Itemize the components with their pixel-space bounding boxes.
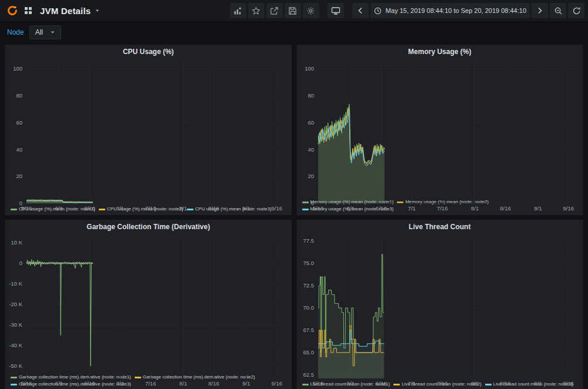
panel-title-text: CPU Usage (%) bbox=[123, 48, 174, 56]
cycle-view-mode-button[interactable] bbox=[328, 3, 344, 18]
chart-canvas[interactable]: 5/166/16/167/17/168/18/169/19/1602040608… bbox=[5, 58, 292, 212]
page-title: JVM Details bbox=[40, 6, 91, 16]
dashboard-title-dropdown[interactable]: JVM Details bbox=[40, 6, 100, 16]
panel-title-text: Memory Usage (%) bbox=[408, 48, 471, 56]
y-tick-label: 0 bbox=[310, 200, 313, 206]
panel-title[interactable]: Live Thread Count bbox=[297, 220, 583, 233]
y-tick-label: 0 bbox=[19, 200, 22, 206]
panel-cpu-usage: CPU Usage (%) 5/166/16/167/17/168/18/169… bbox=[5, 44, 292, 216]
dashboards-grid-icon bbox=[24, 6, 32, 15]
panel-live-thread-count: Live Thread Count 5/166/16/167/17/168/18… bbox=[296, 219, 584, 389]
x-tick-label: 7/16 bbox=[145, 205, 156, 212]
panel-title-text: Garbage Collection Time (Derivative) bbox=[86, 223, 210, 231]
y-tick-label: -20 K bbox=[9, 301, 22, 307]
x-tick-label: 9/1 bbox=[242, 205, 250, 212]
y-tick-label: -50 K bbox=[9, 363, 22, 369]
panel-title[interactable]: Memory Usage (%) bbox=[297, 45, 583, 58]
y-tick-label: 60 bbox=[308, 119, 314, 126]
monitor-icon bbox=[331, 6, 340, 15]
x-tick-label: 7/16 bbox=[436, 380, 447, 387]
x-tick-label: 5/16 bbox=[21, 205, 32, 212]
y-tick-label: 20 bbox=[308, 173, 314, 179]
plot-area[interactable]: 5/166/16/167/17/168/18/169/19/1602040608… bbox=[5, 58, 292, 205]
variable-label: Node bbox=[7, 28, 24, 36]
x-tick-label: 9/1 bbox=[242, 380, 250, 387]
star-icon bbox=[252, 6, 260, 15]
save-dashboard-button[interactable] bbox=[285, 3, 301, 18]
x-tick-label: 6/1 bbox=[55, 380, 63, 387]
y-tick-label: -30 K bbox=[9, 321, 22, 328]
y-tick-label: -10 K bbox=[9, 280, 22, 287]
plot-area[interactable]: 5/166/16/167/17/168/18/169/19/1602040608… bbox=[297, 58, 583, 198]
x-tick-label: 9/16 bbox=[563, 205, 574, 212]
x-tick-label: 6/16 bbox=[84, 380, 95, 387]
time-range-forward-button[interactable] bbox=[532, 3, 548, 18]
time-range-text: May 15, 2019 08:44:10 to Sep 20, 2019 08… bbox=[386, 7, 526, 14]
y-tick-label: -40 K bbox=[9, 342, 22, 348]
time-range-back-button[interactable] bbox=[352, 3, 369, 18]
panel-title-text: Live Thread Count bbox=[409, 223, 470, 231]
panel-title[interactable]: CPU Usage (%) bbox=[5, 45, 292, 58]
x-tick-label: 5/16 bbox=[312, 205, 323, 212]
x-tick-label: 9/16 bbox=[272, 205, 283, 212]
grafana-logo-button[interactable] bbox=[4, 3, 21, 18]
x-tick-label: 8/16 bbox=[208, 205, 219, 212]
y-tick-label: 77.5 bbox=[303, 237, 314, 244]
y-tick-label: 70.0 bbox=[303, 304, 314, 311]
dashboards-grid-button[interactable] bbox=[21, 5, 35, 16]
chart-canvas[interactable]: 5/166/16/167/17/168/18/169/19/1610 K0-10… bbox=[5, 233, 292, 387]
x-tick-label: 8/16 bbox=[500, 380, 511, 387]
x-tick-label: 8/1 bbox=[179, 205, 187, 212]
x-tick-label: 7/1 bbox=[116, 205, 124, 212]
panel-title[interactable]: Garbage Collection Time (Derivative) bbox=[5, 220, 292, 233]
dashboard-settings-button[interactable] bbox=[303, 3, 319, 18]
x-tick-label: 6/16 bbox=[376, 380, 387, 387]
time-range-button[interactable]: May 15, 2019 08:44:10 to Sep 20, 2019 08… bbox=[370, 3, 530, 18]
x-tick-label: 9/1 bbox=[534, 380, 542, 387]
plot-area[interactable]: 5/166/16/167/17/168/18/169/19/1662.565.0… bbox=[297, 233, 583, 380]
template-variables-bar: Node All bbox=[0, 22, 588, 43]
refresh-icon bbox=[572, 6, 581, 15]
x-tick-label: 6/1 bbox=[55, 205, 63, 212]
variable-value-text: All bbox=[35, 28, 43, 36]
panel-memory-usage: Memory Usage (%) 5/166/16/167/17/168/18/… bbox=[296, 44, 584, 216]
x-tick-label: 5/16 bbox=[21, 380, 32, 387]
variable-value-dropdown[interactable]: All bbox=[29, 25, 61, 39]
x-tick-label: 6/16 bbox=[376, 205, 387, 212]
share-icon bbox=[270, 6, 279, 15]
y-tick-label: 72.5 bbox=[303, 282, 314, 289]
save-icon bbox=[288, 6, 297, 15]
y-tick-label: 60 bbox=[16, 119, 22, 126]
x-tick-label: 8/1 bbox=[470, 380, 478, 387]
series-line-1 bbox=[26, 260, 93, 367]
y-tick-label: 0 bbox=[19, 260, 22, 266]
dashboard-grid: CPU Usage (%) 5/166/16/167/17/168/18/169… bbox=[0, 43, 588, 389]
navbar: JVM Details bbox=[0, 0, 588, 22]
clock-icon bbox=[374, 7, 382, 15]
chart-canvas[interactable]: 5/166/16/167/17/168/18/169/19/1602040608… bbox=[297, 58, 583, 212]
refresh-button[interactable] bbox=[568, 3, 584, 18]
x-tick-label: 6/16 bbox=[84, 205, 95, 212]
x-tick-label: 6/1 bbox=[346, 205, 354, 212]
x-tick-label: 6/1 bbox=[346, 380, 354, 387]
x-tick-label: 8/16 bbox=[500, 205, 511, 212]
x-tick-label: 7/16 bbox=[145, 380, 156, 387]
x-tick-label: 7/16 bbox=[436, 205, 447, 212]
grafana-logo-icon bbox=[6, 5, 18, 16]
plot-area[interactable]: 5/166/16/167/17/168/18/169/19/1610 K0-10… bbox=[5, 233, 292, 373]
share-dashboard-button[interactable] bbox=[266, 3, 283, 18]
x-tick-label: 7/1 bbox=[407, 205, 415, 212]
x-tick-label: 8/1 bbox=[179, 380, 187, 387]
chevron-left-icon bbox=[358, 7, 363, 14]
y-tick-label: 65.0 bbox=[303, 349, 314, 356]
y-tick-label: 100 bbox=[305, 65, 314, 72]
x-tick-label: 9/1 bbox=[534, 205, 542, 212]
mark-favorite-button[interactable] bbox=[248, 3, 265, 18]
add-panel-icon bbox=[233, 6, 242, 15]
y-tick-label: 20 bbox=[16, 173, 22, 179]
y-tick-label: 100 bbox=[13, 65, 22, 72]
add-panel-button[interactable] bbox=[230, 3, 246, 18]
x-tick-label: 8/1 bbox=[470, 205, 478, 212]
chart-canvas[interactable]: 5/166/16/167/17/168/18/169/19/1662.565.0… bbox=[297, 233, 583, 387]
zoom-out-button[interactable] bbox=[550, 3, 566, 18]
